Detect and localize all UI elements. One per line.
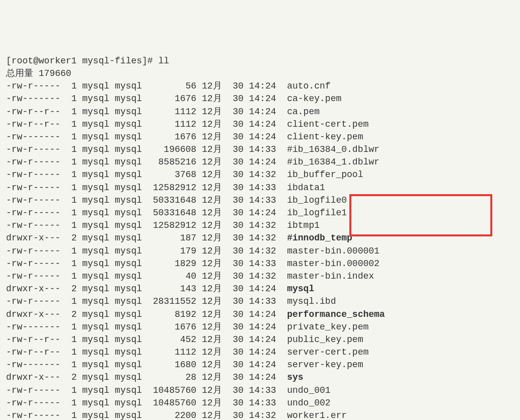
file-day: 30 (227, 360, 243, 370)
file-owner: mysql (82, 385, 109, 395)
file-links: 1 (66, 296, 77, 306)
file-row: drwxr-x--- 2 mysql mysql 8192 12月 30 14:… (6, 308, 514, 321)
file-name: worker1.err (287, 410, 347, 420)
file-month: 12月 (202, 360, 222, 370)
file-owner: mysql (82, 119, 109, 129)
file-row: -rw------- 1 mysql mysql 1680 12月 30 14:… (6, 359, 514, 371)
file-time: 14:24 (249, 334, 276, 345)
file-time: 14:24 (249, 107, 276, 117)
file-size: 28 (147, 372, 196, 382)
file-month: 12月 (202, 271, 222, 281)
file-time: 14:32 (249, 271, 276, 281)
file-time: 14:24 (249, 157, 276, 167)
file-size: 8192 (147, 309, 196, 319)
file-name: ca.pem (287, 107, 320, 117)
file-owner: mysql (82, 107, 109, 117)
file-name: ib_logfile1 (287, 208, 347, 218)
file-links: 1 (66, 322, 77, 332)
file-size: 28311552 (147, 296, 196, 306)
file-group: mysql (115, 347, 142, 357)
file-day: 30 (227, 246, 243, 256)
terminal-output: [root@worker1 mysql-files]# ll总用量 179660… (6, 55, 514, 420)
file-permissions: -rw-r----- (6, 246, 60, 256)
file-name: #innodb_temp (287, 233, 352, 243)
file-row: -rw-r----- 1 mysql mysql 50331648 12月 30… (6, 207, 514, 219)
file-row: -rw-r----- 1 mysql mysql 10485760 12月 30… (6, 397, 514, 409)
file-time: 14:33 (249, 385, 276, 395)
file-month: 12月 (202, 81, 222, 91)
file-month: 12月 (202, 398, 222, 408)
file-links: 1 (66, 119, 77, 129)
file-time: 14:24 (249, 284, 276, 294)
file-permissions: -rw-r--r-- (6, 119, 60, 129)
file-group: mysql (115, 81, 142, 91)
file-row: -rw-r----- 1 mysql mysql 3768 12月 30 14:… (6, 169, 514, 181)
file-links: 1 (66, 170, 77, 180)
file-group: mysql (115, 246, 142, 256)
file-month: 12月 (202, 157, 222, 167)
file-name: server-cert.pem (287, 347, 368, 357)
file-row: drwxr-x--- 2 mysql mysql 28 12月 30 14:24… (6, 371, 514, 384)
file-owner: mysql (82, 246, 109, 256)
file-month: 12月 (202, 220, 222, 230)
file-permissions: -rw-r----- (6, 183, 60, 193)
file-name: master-bin.000001 (287, 246, 380, 256)
file-time: 14:24 (249, 81, 276, 91)
file-size: 1676 (147, 322, 196, 332)
file-size: 1829 (147, 259, 196, 269)
file-name: #ib_16384_1.dblwr (287, 157, 380, 167)
file-permissions: drwxr-x--- (6, 233, 60, 243)
file-links: 2 (66, 372, 77, 382)
file-permissions: -rw-r----- (6, 296, 60, 306)
file-time: 14:24 (249, 360, 276, 370)
file-row: -rw-r--r-- 1 mysql mysql 1112 12月 30 14:… (6, 106, 514, 118)
file-month: 12月 (202, 322, 222, 332)
file-links: 1 (66, 81, 77, 91)
file-day: 30 (227, 259, 243, 269)
file-size: 143 (147, 284, 196, 294)
file-permissions: -rw------- (6, 360, 60, 370)
file-size: 187 (147, 233, 196, 243)
file-owner: mysql (82, 372, 109, 382)
file-owner: mysql (82, 170, 109, 180)
file-day: 30 (227, 309, 243, 319)
file-permissions: -rw-r----- (6, 271, 60, 281)
file-time: 14:24 (249, 309, 276, 319)
file-permissions: -rw-r----- (6, 195, 60, 205)
file-time: 14:33 (249, 398, 276, 408)
file-links: 1 (66, 334, 77, 345)
file-permissions: drwxr-x--- (6, 372, 60, 382)
file-group: mysql (115, 132, 142, 142)
file-day: 30 (227, 220, 243, 230)
file-name: undo_001 (287, 385, 330, 395)
file-row: -rw-r--r-- 1 mysql mysql 1112 12月 30 14:… (6, 118, 514, 131)
file-size: 1676 (147, 94, 196, 104)
file-size: 2200 (147, 410, 196, 420)
total-value: 179660 (39, 68, 71, 78)
total-line: 总用量 179660 (6, 67, 514, 80)
file-day: 30 (227, 144, 243, 154)
file-name: sys (287, 372, 303, 382)
file-owner: mysql (82, 208, 109, 218)
file-size: 1112 (147, 107, 196, 117)
file-month: 12月 (202, 410, 222, 420)
file-owner: mysql (82, 360, 109, 370)
file-permissions: -rw-r----- (6, 208, 60, 218)
file-day: 30 (227, 94, 243, 104)
file-row: -rw-r----- 1 mysql mysql 196608 12月 30 1… (6, 143, 514, 156)
command: ll (158, 56, 169, 66)
file-size: 12582912 (147, 183, 196, 193)
file-month: 12月 (202, 170, 222, 180)
file-time: 14:33 (249, 296, 276, 306)
file-day: 30 (227, 296, 243, 306)
file-permissions: -rw-r----- (6, 144, 60, 154)
file-row: -rw-r----- 1 mysql mysql 50331648 12月 30… (6, 194, 514, 207)
file-links: 1 (66, 183, 77, 193)
file-row: -rw-r----- 1 mysql mysql 179 12月 30 14:3… (6, 245, 514, 258)
file-owner: mysql (82, 334, 109, 345)
file-name: private_key.pem (287, 322, 368, 332)
file-day: 30 (227, 284, 243, 294)
file-row: drwxr-x--- 2 mysql mysql 187 12月 30 14:3… (6, 232, 514, 244)
file-time: 14:32 (249, 246, 276, 256)
file-month: 12月 (202, 208, 222, 218)
